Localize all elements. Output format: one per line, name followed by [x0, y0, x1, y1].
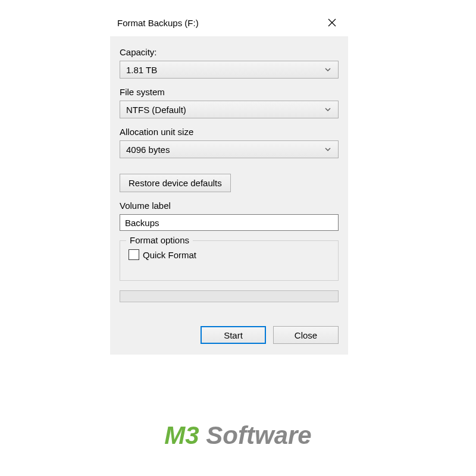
filesystem-dropdown[interactable]: NTFS (Default) [120, 101, 339, 118]
format-options-legend: Format options [126, 235, 193, 245]
watermark-suffix: Software [199, 421, 312, 449]
capacity-value: 1.81 TB [126, 65, 157, 75]
allocation-dropdown[interactable]: 4096 bytes [120, 140, 339, 158]
format-dialog: Format Backups (F:) Capacity: 1.81 TB Fi… [110, 9, 348, 355]
title-bar: Format Backups (F:) [110, 9, 348, 36]
capacity-label: Capacity: [120, 47, 339, 57]
filesystem-group: File system NTFS (Default) [120, 87, 339, 118]
volume-label-label: Volume label [120, 201, 339, 211]
quick-format-label: Quick Format [143, 250, 196, 260]
close-action-button[interactable]: Close [273, 326, 339, 344]
chevron-down-icon [324, 105, 332, 114]
restore-defaults-button[interactable]: Restore device defaults [120, 174, 231, 192]
allocation-value: 4096 bytes [126, 145, 170, 155]
quick-format-row: Quick Format [129, 249, 330, 260]
volume-label-input[interactable] [120, 214, 339, 231]
action-row: Start Close [120, 326, 339, 344]
chevron-down-icon [324, 65, 332, 74]
format-options-fieldset: Format options Quick Format [120, 240, 339, 281]
capacity-group: Capacity: 1.81 TB [120, 47, 339, 79]
filesystem-label: File system [120, 87, 339, 97]
close-button[interactable] [323, 14, 341, 32]
allocation-label: Allocation unit size [120, 127, 339, 137]
filesystem-value: NTFS (Default) [126, 105, 186, 115]
dialog-body: Capacity: 1.81 TB File system NTFS (Defa… [110, 36, 348, 355]
capacity-dropdown[interactable]: 1.81 TB [120, 61, 339, 79]
progress-bar [120, 290, 339, 302]
watermark: M3 Software [164, 421, 311, 450]
dialog-title: Format Backups (F:) [117, 18, 199, 28]
start-button[interactable]: Start [201, 326, 266, 344]
watermark-prefix: M3 [164, 421, 199, 449]
allocation-group: Allocation unit size 4096 bytes [120, 127, 339, 158]
quick-format-checkbox[interactable] [129, 249, 139, 260]
chevron-down-icon [324, 145, 332, 154]
volume-label-group: Volume label [120, 201, 339, 231]
close-icon [328, 18, 336, 27]
